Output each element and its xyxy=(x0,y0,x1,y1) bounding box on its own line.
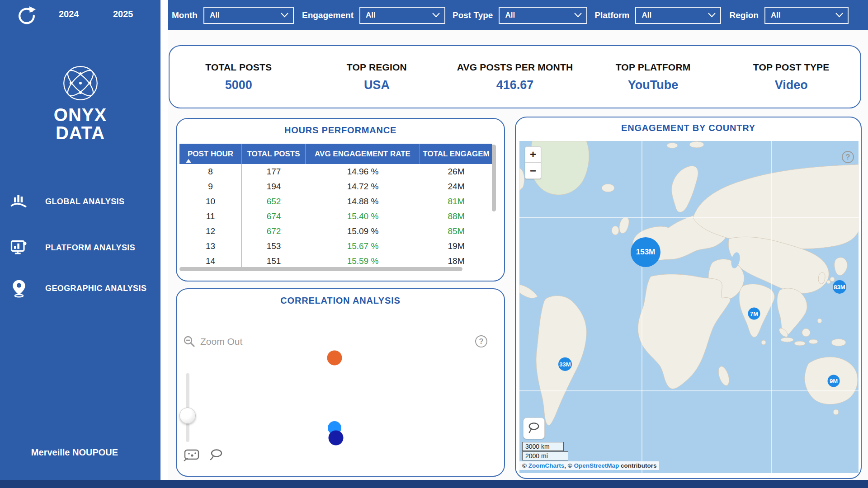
cell-post-hour: 12 xyxy=(206,226,215,236)
map-gridline xyxy=(642,141,642,473)
post-type-filter-label: Post Type xyxy=(453,10,493,20)
platform-analysis-icon xyxy=(9,238,29,258)
platform-filter-value: All xyxy=(642,11,651,20)
cell-post-hour: 9 xyxy=(208,182,213,192)
map-scale-km: 3000 km xyxy=(522,442,564,451)
world-map[interactable]: + − ? 153M 83M 7M 33M 9M 3000 km 2000 mi… xyxy=(519,141,859,473)
cell-total-engagement: 81M xyxy=(448,197,465,206)
map-gridline xyxy=(519,390,859,391)
table-row: 9 194 14.72 % 24M xyxy=(179,179,492,194)
sidebar-item-label: GLOBAL ANALYSIS xyxy=(45,197,124,206)
year-filter-2025[interactable]: 2025 xyxy=(113,9,133,19)
hours-performance-card: HOURS PERFORMANCE POST HOUR TOTAL POSTS … xyxy=(176,118,505,282)
map-zoom-controls: + − xyxy=(525,146,541,179)
engagement-by-country-title: ENGAGEMENT BY COUNTRY xyxy=(516,123,861,133)
kpi-top-platform: TOP PLATFORM YouTube xyxy=(584,62,722,92)
map-help-icon[interactable]: ? xyxy=(842,151,854,163)
year-filter-2024[interactable]: 2024 xyxy=(59,9,79,19)
logo-text-line2: DATA xyxy=(0,124,160,142)
engagement-filter-dropdown[interactable]: All xyxy=(359,7,445,24)
month-filter-dropdown[interactable]: All xyxy=(203,7,294,24)
cell-total-posts: 153 xyxy=(267,241,281,251)
world-map-landmasses xyxy=(519,141,859,473)
sidebar: 2024 2025 ONYX DATA GLOBAL ANALYSI xyxy=(0,0,160,480)
chevron-down-icon xyxy=(432,13,440,18)
chevron-down-icon xyxy=(835,13,843,18)
column-header-total-posts[interactable]: TOTAL POSTS xyxy=(242,144,306,164)
map-bubble-india[interactable]: 7M xyxy=(748,308,760,320)
export-image-icon[interactable] xyxy=(183,448,201,463)
map-gridline xyxy=(519,217,859,218)
platform-filter-label: Platform xyxy=(594,10,629,20)
sidebar-item-label: PLATFORM ANALYSIS xyxy=(45,243,135,253)
region-filter-label: Region xyxy=(729,10,758,20)
chevron-down-icon xyxy=(708,13,716,18)
kpi-avg-posts-per-month: AVG POSTS PER MONTH 416.67 xyxy=(446,62,584,92)
table-vertical-scrollbar[interactable] xyxy=(492,145,496,211)
table-row: 12 672 15.09 % 85M xyxy=(179,224,492,239)
zoom-out-control[interactable]: Zoom Out xyxy=(183,335,242,348)
map-zoom-in-button[interactable]: + xyxy=(525,146,541,163)
chevron-down-icon xyxy=(281,13,288,18)
kpi-value: 416.67 xyxy=(446,78,584,92)
sidebar-item-geographic-analysis[interactable]: GEOGRAPHIC ANALYSIS xyxy=(0,277,160,300)
filter-bar: Month All Engagement All Post Type All P… xyxy=(168,0,868,30)
kpi-label: TOP PLATFORM xyxy=(584,62,722,73)
kpi-top-post-type: TOP POST TYPE Video xyxy=(722,62,860,92)
column-header-label: AVG ENGAGEMENT RATE xyxy=(315,150,410,159)
kpi-label: TOP POST TYPE xyxy=(722,62,860,73)
cell-total-engagement: 85M xyxy=(448,226,465,236)
sidebar-item-platform-analysis[interactable]: PLATFORM ANALYSIS xyxy=(0,236,160,259)
cell-post-hour: 8 xyxy=(208,167,213,177)
cell-total-posts: 194 xyxy=(267,182,281,191)
column-header-post-hour[interactable]: POST HOUR xyxy=(179,144,242,164)
column-header-label: POST HOUR xyxy=(188,150,233,159)
map-bubble-brazil[interactable]: 33M xyxy=(558,357,572,371)
table-row: 10 652 14.88 % 81M xyxy=(179,194,492,209)
bottom-border-strip xyxy=(0,480,868,488)
cell-post-hour: 13 xyxy=(206,241,215,251)
magnifier-minus-icon xyxy=(183,335,196,348)
cell-post-hour: 10 xyxy=(206,197,215,206)
kpi-label: TOTAL POSTS xyxy=(170,62,308,73)
zoomcharts-link[interactable]: ZoomCharts xyxy=(528,462,565,469)
cell-avg-engagement-rate: 15.67 % xyxy=(347,241,379,251)
post-type-filter-dropdown[interactable]: All xyxy=(499,7,587,24)
map-bubble-australia[interactable]: 9M xyxy=(828,375,840,387)
correlation-analysis-card: CORRELATION ANALYSIS Zoom Out ? xyxy=(176,288,505,477)
column-header-label: TOTAL ENGAGEM xyxy=(423,150,489,159)
kpi-total-posts: TOTAL POSTS 5000 xyxy=(170,62,308,92)
sidebar-item-global-analysis[interactable]: GLOBAL ANALYSIS xyxy=(0,190,160,213)
cell-total-posts: 177 xyxy=(267,167,281,176)
table-row: 8 177 14.96 % 26M xyxy=(179,164,492,179)
attribution-text: , © xyxy=(564,462,574,469)
map-bubble-japan[interactable]: 83M xyxy=(833,280,846,294)
map-gridline xyxy=(771,141,772,473)
refresh-icon[interactable] xyxy=(16,5,37,26)
map-attribution: © ZoomCharts, © OpenStreetMap contributo… xyxy=(519,461,659,470)
table-horizontal-scrollbar[interactable] xyxy=(179,267,462,271)
column-header-avg-engagement-rate[interactable]: AVG ENGAGEMENT RATE xyxy=(306,144,420,164)
openstreetmap-link[interactable]: OpenStreetMap xyxy=(574,462,619,469)
zoom-out-label: Zoom Out xyxy=(200,336,242,347)
engagement-by-country-card: ENGAGEMENT BY COUNTRY xyxy=(515,117,862,479)
region-filter-dropdown[interactable]: All xyxy=(764,7,849,24)
cell-avg-engagement-rate: 15.59 % xyxy=(347,256,379,266)
lasso-select-icon[interactable] xyxy=(209,448,224,463)
map-bubble-europe[interactable]: 153M xyxy=(631,237,660,267)
cell-total-posts: 674 xyxy=(267,211,281,221)
platform-filter-dropdown[interactable]: All xyxy=(635,7,721,24)
kpi-label: TOP REGION xyxy=(308,62,446,73)
map-scale-mi: 2000 mi xyxy=(522,451,568,460)
region-filter-value: All xyxy=(771,11,781,20)
map-lasso-button[interactable] xyxy=(523,418,545,439)
scatter-point-navy[interactable] xyxy=(329,431,344,446)
kpi-top-region: TOP REGION USA xyxy=(308,62,446,92)
column-header-total-engagement[interactable]: TOTAL ENGAGEM xyxy=(420,144,492,164)
table-row: 11 674 15.40 % 88M xyxy=(179,209,492,224)
global-analysis-icon xyxy=(9,192,29,211)
zoom-slider-handle[interactable] xyxy=(179,408,196,424)
scatter-point-orange[interactable] xyxy=(327,351,342,366)
map-zoom-out-button[interactable]: − xyxy=(525,163,541,179)
help-icon[interactable]: ? xyxy=(475,335,487,347)
